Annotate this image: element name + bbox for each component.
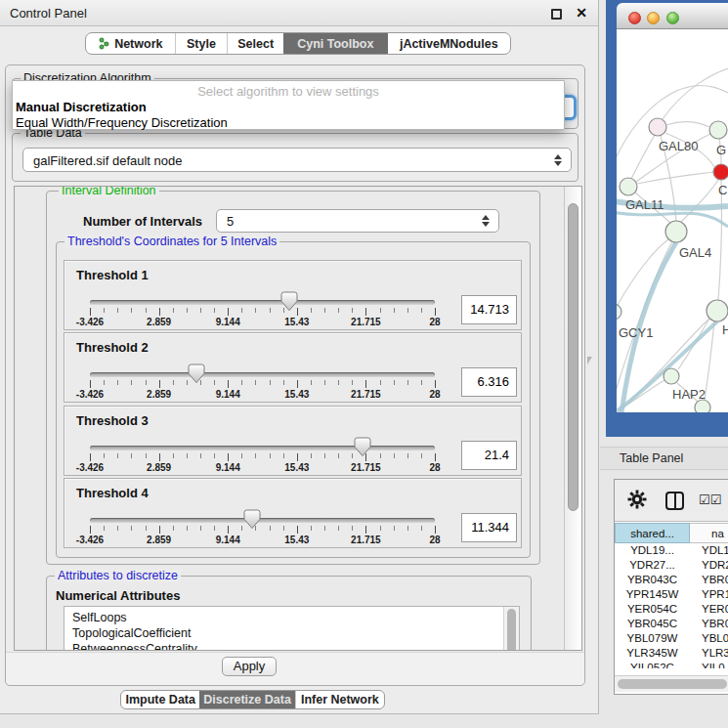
- slider-track[interactable]: [90, 518, 435, 523]
- table-row[interactable]: YER054CYER0: [615, 602, 728, 617]
- table-row[interactable]: YBR045CYBR0: [615, 617, 728, 631]
- network-node[interactable]: [664, 368, 679, 384]
- table-row[interactable]: YIL052CYIL0: [615, 661, 728, 668]
- tick: [173, 526, 174, 531]
- slider-thumb[interactable]: [243, 509, 261, 530]
- number-of-intervals-spinner[interactable]: 5: [216, 209, 499, 233]
- tab-select[interactable]: Select: [227, 33, 283, 54]
- number-of-intervals-label: Number of Intervals: [83, 214, 202, 229]
- close-icon[interactable]: ✕: [576, 5, 587, 21]
- tab-infer-network[interactable]: Infer Network: [295, 691, 384, 708]
- column-header-name[interactable]: na: [690, 523, 728, 543]
- select-columns-icon[interactable]: ☑☑: [699, 492, 721, 507]
- tab-jactivemnodules[interactable]: jActiveMNodules: [388, 33, 510, 54]
- tick: [146, 453, 147, 458]
- tick: [407, 453, 408, 458]
- table-row[interactable]: YBR043CYBR0: [615, 573, 728, 587]
- threshold-value[interactable]: 11.344: [461, 513, 517, 542]
- tick: [214, 526, 215, 531]
- table-hscrollbar[interactable]: [615, 675, 728, 692]
- minimize-traffic-light[interactable]: [647, 12, 660, 24]
- tick: [200, 453, 201, 458]
- gear-icon[interactable]: [627, 490, 647, 509]
- network-node[interactable]: [617, 304, 621, 320]
- dropdown-item-manual[interactable]: Manual Discretization: [16, 100, 147, 114]
- node-table: ☑☑ shared... na YDL19...YDL1YDR27...YDR2…: [614, 479, 728, 695]
- tick: [117, 453, 118, 458]
- tick-label: 15.43: [276, 389, 319, 400]
- vertical-scrollbar-thumb[interactable]: [568, 203, 578, 511]
- attribute-item[interactable]: BetweennessCentrality: [64, 641, 519, 651]
- tick: [187, 453, 188, 458]
- attributes-scrollbar-thumb[interactable]: [507, 609, 516, 651]
- tick: [159, 526, 160, 534]
- threshold-label: Threshold 2: [76, 340, 149, 355]
- threshold-value[interactable]: 21.4: [461, 441, 517, 470]
- network-node[interactable]: [709, 121, 727, 139]
- tick: [283, 453, 284, 458]
- tick: [90, 453, 91, 461]
- attribute-item[interactable]: SelfLoops: [64, 607, 519, 625]
- threshold-value[interactable]: 14.713: [461, 295, 517, 324]
- slider-thumb[interactable]: [354, 437, 371, 457]
- network-canvas[interactable]: GAL80GCGAL11GAL4GCY1HHAP2: [617, 29, 728, 412]
- attribute-item[interactable]: TopologicalCoefficient: [64, 625, 519, 641]
- tick: [270, 526, 271, 531]
- split-columns-icon[interactable]: [665, 492, 684, 510]
- tick-label: -3.426: [68, 535, 111, 545]
- threshold-value[interactable]: 6.316: [461, 367, 517, 397]
- tick: [338, 453, 339, 458]
- slider-thumb[interactable]: [280, 291, 298, 312]
- tick-label: 9.144: [206, 317, 249, 327]
- tab-discretize-data[interactable]: Discretize Data: [199, 691, 294, 708]
- tab-impute-data[interactable]: Impute Data: [121, 691, 199, 708]
- table-row[interactable]: YBL079WYBL0: [615, 631, 728, 646]
- slider-track[interactable]: [90, 300, 435, 305]
- attributes-scrollbar-track[interactable]: [503, 607, 519, 651]
- table-row[interactable]: YDR27...YDR2: [615, 558, 728, 573]
- float-icon[interactable]: [551, 9, 562, 20]
- tick-label: 15.43: [276, 462, 319, 473]
- dropdown-prompt-item[interactable]: Select algorithm to view settings: [13, 84, 564, 99]
- tick: [146, 308, 147, 313]
- table-data-combo[interactable]: galFiltered.sif default node: [22, 148, 572, 172]
- table-panel-header: Table Panel: [600, 447, 728, 470]
- tab-cyni-toolbox[interactable]: Cyni Toolbox: [283, 33, 388, 54]
- tick: [421, 526, 422, 531]
- tick: [380, 526, 381, 531]
- tick: [159, 308, 160, 316]
- table-hscrollbar-thumb[interactable]: [618, 679, 727, 689]
- network-node[interactable]: [665, 221, 687, 242]
- network-node[interactable]: [707, 300, 728, 321]
- slider-track[interactable]: [90, 372, 435, 377]
- column-header-shared-name[interactable]: shared...: [615, 523, 690, 543]
- close-traffic-light[interactable]: [628, 12, 641, 24]
- zoom-traffic-light[interactable]: [666, 12, 679, 24]
- tab-network[interactable]: Network: [86, 33, 175, 54]
- dropdown-item-equal-width[interactable]: Equal Width/Frequency Discretization: [16, 115, 228, 130]
- table-row[interactable]: YPR145WYPR1: [615, 587, 728, 602]
- tick: [352, 380, 353, 385]
- slider-track[interactable]: [90, 446, 435, 450]
- tick: [146, 526, 147, 531]
- tick: [394, 308, 395, 313]
- numerical-attributes-list[interactable]: SelfLoopsTopologicalCoefficientBetweenne…: [64, 606, 520, 651]
- network-node[interactable]: [649, 118, 666, 136]
- table-row[interactable]: YDL19...YDL1: [615, 543, 728, 558]
- tick-label: 28: [413, 535, 456, 545]
- network-node[interactable]: [620, 178, 637, 195]
- threshold-label: Threshold 3: [76, 413, 149, 428]
- slider-thumb[interactable]: [188, 364, 205, 384]
- table-row[interactable]: YLR345WYLR3: [615, 646, 728, 661]
- tick: [131, 380, 132, 385]
- tick: [214, 380, 215, 385]
- network-node[interactable]: [695, 400, 710, 412]
- network-node[interactable]: [713, 164, 728, 180]
- tick-label: 21.715: [344, 317, 387, 327]
- thresholds-title: Threshold's Coordinates for 5 Intervals: [64, 235, 279, 248]
- apply-button[interactable]: Apply: [222, 657, 277, 676]
- tick: [283, 526, 284, 531]
- tab-style[interactable]: Style: [175, 33, 228, 54]
- tick: [270, 308, 271, 313]
- tick: [394, 526, 395, 531]
